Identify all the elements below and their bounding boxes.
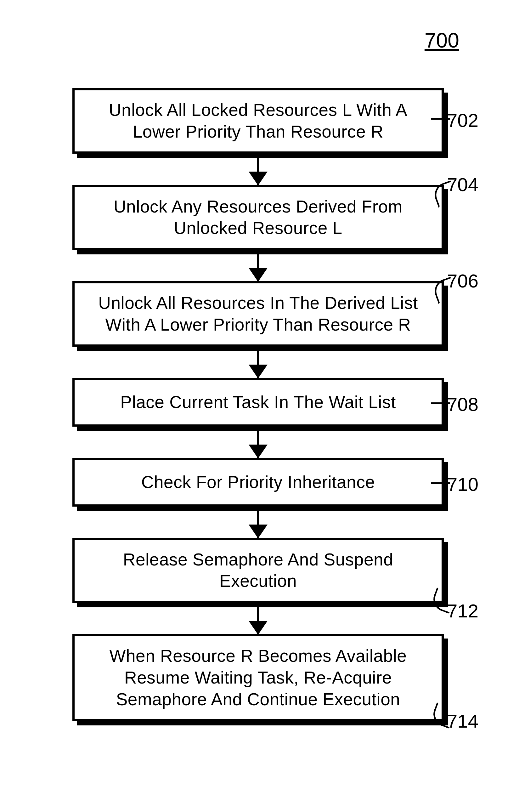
flow-step: Release Semaphore And Suspend Execution … — [50, 538, 466, 603]
flow-step: Check For Priority Inheritance 710 — [50, 458, 466, 506]
flow-arrow — [257, 431, 260, 458]
flow-step: Unlock Any Resources Derived From Unlock… — [50, 185, 466, 250]
process-text: Release Semaphore And Suspend Execution — [93, 549, 423, 592]
reference-number: 704 — [447, 174, 497, 196]
flow-arrow — [257, 511, 260, 538]
reference-number: 712 — [447, 600, 497, 622]
flowchart: Unlock All Locked Resources L With A Low… — [50, 88, 466, 721]
process-box: Check For Priority Inheritance — [72, 458, 444, 506]
process-text: Place Current Task In The Wait List — [120, 392, 396, 413]
reference-number: 714 — [447, 710, 497, 732]
reference-number: 706 — [447, 270, 497, 292]
flow-step: Unlock All Locked Resources L With A Low… — [50, 88, 466, 154]
flow-arrow — [257, 351, 260, 378]
reference-number: 710 — [447, 473, 497, 495]
process-text: Unlock All Locked Resources L With A Low… — [93, 99, 423, 143]
reference-number: 702 — [447, 110, 497, 131]
process-box: Unlock Any Resources Derived From Unlock… — [72, 185, 444, 250]
process-text: When Resource R Becomes Available Resume… — [93, 645, 423, 710]
flowchart-page: 700 Unlock All Locked Resources L With A… — [0, 0, 519, 812]
process-text: Check For Priority Inheritance — [141, 471, 375, 493]
process-box: Release Semaphore And Suspend Execution — [72, 538, 444, 603]
flow-arrow — [257, 158, 260, 185]
process-box: Place Current Task In The Wait List — [72, 378, 444, 427]
process-box: When Resource R Becomes Available Resume… — [72, 634, 444, 721]
flow-step: Place Current Task In The Wait List 708 — [50, 378, 466, 427]
flow-arrow — [257, 607, 260, 634]
flow-step: When Resource R Becomes Available Resume… — [50, 634, 466, 721]
process-text: Unlock All Resources In The Derived List… — [93, 292, 423, 336]
process-text: Unlock Any Resources Derived From Unlock… — [93, 196, 423, 239]
figure-number: 700 — [425, 28, 459, 52]
flow-step: Unlock All Resources In The Derived List… — [50, 281, 466, 347]
process-box: Unlock All Locked Resources L With A Low… — [72, 88, 444, 154]
process-box: Unlock All Resources In The Derived List… — [72, 281, 444, 347]
reference-number: 708 — [447, 394, 497, 415]
flow-arrow — [257, 254, 260, 281]
